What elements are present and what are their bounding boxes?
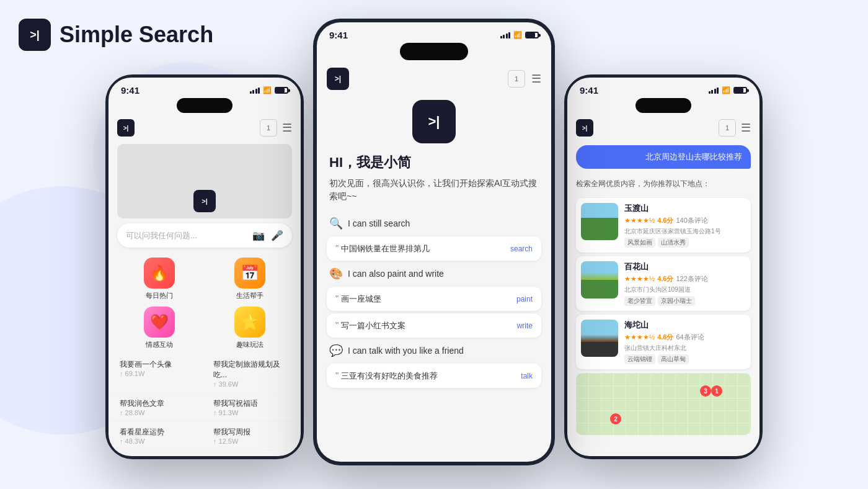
place-rating-0: ★★★★½ 4.6分 140条评论: [624, 216, 746, 225]
signal-bar-2: [252, 90, 254, 94]
battery-fill-center: [526, 33, 535, 37]
place-info-2: 海坨山 ★★★★½ 4.6分 64条评论 张山营镇大庄科村东北 云端锦锂 高山草…: [624, 320, 746, 364]
result-intro: 检索全网优质内容，为你推荐以下地点：: [567, 174, 760, 194]
talk-cap-icon: 💬: [329, 344, 343, 357]
example-search[interactable]: "中国钢铁量在世界排第几 search: [327, 236, 541, 261]
center-square-icon[interactable]: 1: [508, 70, 525, 87]
right-logo-text: >|: [582, 125, 588, 132]
place-card-0[interactable]: 玉渡山 ★★★★½ 4.6分 140条评论 北京市延庆区张家营镇玉海公路1号 风…: [576, 198, 751, 253]
left-square-icon[interactable]: 1: [260, 119, 277, 137]
place-card-2[interactable]: 海坨山 ★★★★½ 4.6分 64条评论 张山营镇大庄科村东北 云端锦锂 高山草…: [576, 315, 751, 369]
map-grid: [576, 373, 751, 435]
place-image-2: [581, 320, 618, 357]
left-menu-icon[interactable]: ☰: [282, 121, 292, 135]
battery-left: [275, 87, 288, 94]
map-pin-1: 1: [711, 385, 722, 397]
example-paint-text: "画一座城堡: [335, 293, 381, 305]
search-cap-icon: 🔍: [329, 217, 343, 230]
search-input-icons: 📷 🎤: [252, 230, 283, 241]
quick-action-hot[interactable]: 🔥 每日热门: [117, 258, 202, 300]
phone-center: 9:41 📶 >| 1 ☰: [313, 19, 555, 465]
paint-cap-text: I can also paint and write: [348, 269, 444, 279]
search-input-box[interactable]: 可以问我任何问题... 📷 🎤: [117, 223, 292, 248]
dynamic-island-left: [177, 98, 232, 113]
hot-item-count-5: ↑ 12.5W: [213, 437, 250, 445]
left-logo: >|: [117, 119, 135, 137]
hot-item-3[interactable]: 帮我写祝福语 ↑ 91.3W: [205, 393, 298, 422]
phone-right-screen: 9:41 📶 >| 1 ☰: [567, 78, 760, 456]
right-header-icons: 1 ☰: [719, 119, 751, 137]
place-addr-0: 北京市延庆区张家营镇玉海公路1号: [624, 227, 746, 236]
right-logo: >|: [576, 119, 593, 137]
place-tag-1-1: 京园小瑞士: [658, 296, 695, 306]
query-bubble: 北京周边登山去哪比较推荐: [576, 145, 751, 169]
signal-bar-c2: [503, 35, 505, 38]
dynamic-island-center: [400, 43, 468, 60]
stars-1: ★★★★½: [624, 275, 655, 283]
place-rating-1: ★★★★½ 4.6分 122条评论: [624, 274, 746, 284]
example-talk-text: "三亚有没有好吃的美食推荐: [335, 370, 438, 382]
fun-label: 趣味玩法: [236, 340, 264, 349]
center-menu-icon[interactable]: ☰: [531, 72, 541, 86]
example-talk[interactable]: "三亚有没有好吃的美食推荐 talk: [327, 364, 541, 388]
paint-example-value: 画一座城堡: [341, 294, 381, 303]
hot-item-text-0: 我要画一个头像: [120, 359, 172, 370]
quick-action-life[interactable]: 📅 生活帮手: [208, 258, 292, 300]
hot-item-text-2: 帮我润色文章: [120, 398, 164, 409]
right-menu-icon[interactable]: ☰: [741, 121, 751, 135]
greeting-subtitle: 初次见面，很高兴认识你，让我们开始探索AI互动式搜索吧~~: [317, 177, 551, 203]
status-icons-left: 📶: [250, 86, 289, 94]
status-icons-right: 📶: [709, 86, 748, 94]
camera-icon[interactable]: 📷: [252, 230, 265, 241]
mic-icon[interactable]: 🎤: [271, 230, 283, 241]
hot-item-count-4: ↑ 48.3W: [120, 437, 164, 445]
hot-item-count-2: ↑ 28.8W: [120, 409, 164, 416]
hot-item-4[interactable]: 看看星座运势 ↑ 48.3W: [111, 422, 205, 451]
hot-item-1[interactable]: 帮我定制旅游规划及吃... ↑ 39.6W: [205, 354, 298, 393]
hot-item-count-3: ↑ 91.3W: [213, 409, 258, 416]
search-cap-text: I can still search: [348, 218, 410, 228]
place-info-1: 百花山 ★★★★½ 4.6分 122条评论 北京市门头沟区109国道 老少皆宜 …: [624, 261, 746, 306]
place-info-0: 玉渡山 ★★★★½ 4.6分 140条评论 北京市延庆区张家营镇玉海公路1号 风…: [624, 203, 746, 248]
signal-bar-r4: [717, 87, 719, 94]
place-rating-2: ★★★★½ 4.6分 64条评论: [624, 333, 746, 342]
right-square-icon[interactable]: 1: [719, 119, 736, 137]
example-search-text: "中国钢铁量在世界排第几: [335, 243, 430, 254]
hot-item-text-1: 帮我定制旅游规划及吃...: [213, 359, 290, 380]
battery-fill-left: [276, 88, 285, 92]
time-left: 9:41: [121, 85, 140, 96]
search-example-value: 中国钢铁量在世界排第几: [341, 244, 430, 253]
quick-action-fun[interactable]: ⭐ 趣味玩法: [208, 307, 292, 349]
phone-right: 9:41 📶 >| 1 ☰: [564, 74, 763, 459]
place-card-1[interactable]: 百花山 ★★★★½ 4.6分 122条评论 北京市门头沟区109国道 老少皆宜 …: [576, 256, 751, 311]
mini-logo: >|: [193, 190, 216, 212]
signal-bar-3: [255, 89, 257, 94]
center-logo: >|: [327, 68, 349, 90]
left-header-icons: 1 ☰: [260, 119, 292, 137]
place-tag-2-1: 高山草甸: [658, 354, 689, 364]
stars-2: ★★★★½: [624, 333, 655, 341]
emotion-icon: ❤️: [144, 307, 175, 338]
score-1: 4.6分: [657, 274, 673, 284]
hot-item-5[interactable]: 帮我写周报 ↑ 12.5W: [205, 422, 298, 451]
hot-item-2[interactable]: 帮我润色文章 ↑ 28.8W: [111, 393, 205, 422]
paint-cap-icon: 🎨: [329, 267, 343, 280]
example-paint[interactable]: "画一座城堡 paint: [327, 287, 541, 311]
status-bar-left: 9:41 📶: [108, 78, 301, 98]
signal-right: [709, 87, 719, 94]
paint-tag: paint: [516, 295, 533, 303]
hot-item-0[interactable]: 我要画一个头像 ↑ 69.1W: [111, 354, 205, 393]
place-tag-0-1: 山清水秀: [658, 238, 689, 248]
status-bar-right: 9:41 📶: [567, 78, 760, 98]
talk-example-value: 三亚有没有好吃的美食推荐: [341, 371, 438, 380]
quote-paint: ": [335, 293, 339, 303]
big-logo: >|: [412, 100, 456, 143]
example-write[interactable]: "写一篇小红书文案 write: [327, 313, 541, 338]
talk-tag: talk: [521, 372, 533, 380]
life-icon: 📅: [234, 258, 265, 289]
count-1: 122条评论: [676, 274, 707, 284]
place-addr-2: 张山营镇大庄科村东北: [624, 344, 746, 352]
wifi-center: 📶: [513, 31, 522, 39]
quick-action-emotion[interactable]: ❤️ 情感互动: [117, 307, 202, 349]
place-tags-2: 云端锦锂 高山草甸: [624, 354, 746, 364]
